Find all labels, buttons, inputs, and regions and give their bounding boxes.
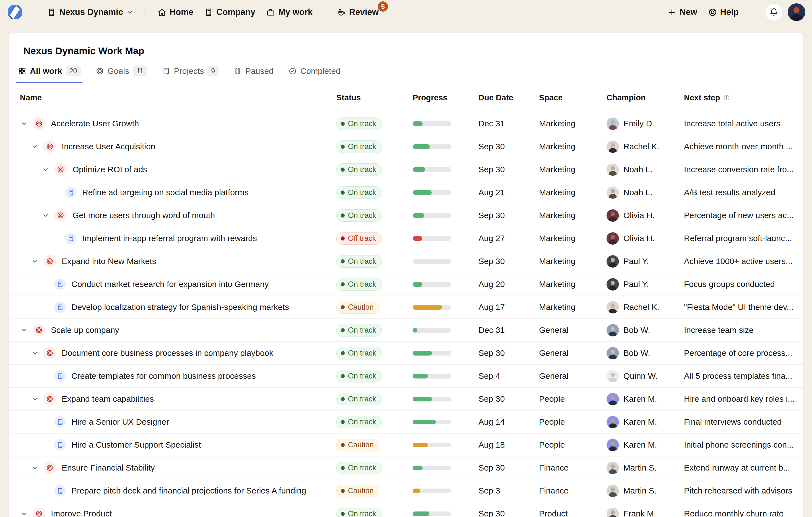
- nav-item-company[interactable]: Company: [199, 4, 261, 21]
- status-badge[interactable]: On track: [336, 324, 382, 336]
- next-step: Increase team size: [684, 326, 804, 335]
- item-name[interactable]: Scale up company: [51, 326, 119, 335]
- tab-completed[interactable]: Completed: [288, 59, 341, 83]
- target-icon: [96, 67, 104, 75]
- next-step: All 5 process templates fina...: [684, 371, 804, 381]
- table-row[interactable]: Create templates for common business pro…: [8, 364, 804, 387]
- status-badge[interactable]: Caution: [336, 439, 379, 451]
- table-row[interactable]: Scale up company On track Dec 31 General…: [8, 318, 804, 341]
- chevron-down-icon[interactable]: [41, 165, 50, 174]
- table-row[interactable]: Optimize ROI of ads On track Sep 30 Mark…: [8, 158, 804, 181]
- status-badge[interactable]: On track: [336, 163, 382, 176]
- goal-icon: [44, 461, 56, 474]
- row-status-cell: On track: [336, 462, 413, 474]
- table-row[interactable]: Increase User Acquisition On track Sep 3…: [8, 135, 804, 158]
- notifications-button[interactable]: [765, 3, 783, 21]
- table-row[interactable]: Hire a Customer Support Specialist Cauti…: [8, 433, 804, 456]
- row-progress-cell: [413, 351, 478, 356]
- table-row[interactable]: Implement in-app referral program with r…: [8, 227, 804, 250]
- status-badge[interactable]: On track: [336, 186, 382, 199]
- next-step: Increase total active users: [684, 119, 804, 128]
- status-badge[interactable]: On track: [336, 255, 382, 268]
- row-status-cell: Caution: [336, 301, 413, 313]
- item-name[interactable]: Expand team capabilities: [62, 394, 154, 404]
- item-name[interactable]: Increase User Acquisition: [62, 142, 155, 151]
- status-badge[interactable]: On track: [336, 278, 382, 291]
- next-step: Extend runway at current b...: [684, 463, 804, 473]
- tab-all-work[interactable]: All work 20: [18, 59, 81, 83]
- champion-name: Olivia H.: [624, 211, 655, 220]
- nav-item-my-work[interactable]: My work: [261, 4, 318, 21]
- item-name[interactable]: Refine ad targeting on social media plat…: [82, 188, 249, 197]
- item-name[interactable]: Develop localization strategy for Spanis…: [71, 302, 289, 312]
- row-champion-cell: Frank M.: [607, 508, 684, 517]
- table-row[interactable]: Expand team capabilities On track Sep 30…: [8, 387, 804, 410]
- status-badge[interactable]: On track: [336, 416, 382, 428]
- item-name[interactable]: Get more users through word of mouth: [72, 211, 215, 220]
- item-name[interactable]: Improve Product: [51, 509, 112, 517]
- nav-item-review[interactable]: Review 5: [331, 4, 384, 21]
- status-badge[interactable]: On track: [336, 118, 382, 130]
- workspace-switcher[interactable]: Nexus Dynamic: [42, 4, 139, 21]
- app-logo-icon[interactable]: [7, 4, 23, 20]
- chevron-down-icon[interactable]: [20, 119, 28, 128]
- champion-avatar: [607, 141, 619, 153]
- nav-item-home[interactable]: Home: [152, 4, 199, 21]
- row-status-cell: On track: [336, 347, 413, 359]
- chevron-down-icon[interactable]: [31, 464, 39, 472]
- table-row[interactable]: Get more users through word of mouth On …: [8, 204, 804, 227]
- status-badge[interactable]: On track: [336, 508, 382, 517]
- table-row[interactable]: Develop localization strategy for Spanis…: [8, 296, 804, 318]
- status-badge[interactable]: On track: [336, 462, 382, 474]
- item-name[interactable]: Create templates for common business pro…: [71, 371, 256, 381]
- item-name[interactable]: Prepare pitch deck and financial project…: [71, 486, 306, 495]
- chevron-down-icon[interactable]: [20, 326, 28, 334]
- chevron-down-icon[interactable]: [31, 142, 39, 151]
- status-badge[interactable]: On track: [336, 209, 382, 222]
- tab-projects[interactable]: Projects 9: [162, 59, 219, 83]
- table-row[interactable]: Conduct market research for expansion in…: [8, 273, 804, 296]
- item-name[interactable]: Optimize ROI of ads: [72, 165, 147, 174]
- chevron-down-icon[interactable]: [31, 257, 39, 266]
- item-name[interactable]: Document core business processes in comp…: [62, 348, 273, 358]
- status-badge[interactable]: On track: [336, 347, 382, 359]
- info-icon[interactable]: [723, 94, 730, 101]
- item-name[interactable]: Expand into New Markets: [62, 256, 156, 266]
- progress-fill: [413, 236, 422, 241]
- item-name[interactable]: Accelerate User Growth: [51, 119, 139, 128]
- item-name[interactable]: Ensure Financial Stability: [62, 463, 155, 473]
- item-name[interactable]: Conduct market research for expansion in…: [71, 279, 269, 289]
- table-row[interactable]: Prepare pitch deck and financial project…: [8, 479, 804, 502]
- table-row[interactable]: Hire a Senior UX Designer On track Aug 1…: [8, 410, 804, 433]
- chevron-down-icon[interactable]: [41, 211, 50, 219]
- item-name[interactable]: Hire a Senior UX Designer: [71, 417, 169, 427]
- chevron-down-icon[interactable]: [31, 395, 39, 403]
- user-avatar[interactable]: [788, 3, 805, 21]
- table-row[interactable]: Accelerate User Growth On track Dec 31 M…: [8, 112, 804, 135]
- table-row[interactable]: Ensure Financial Stability On track Sep …: [8, 456, 804, 479]
- status-badge[interactable]: On track: [336, 141, 382, 153]
- progress-bar: [413, 236, 452, 241]
- row-progress-cell: [413, 213, 478, 218]
- table-row[interactable]: Document core business processes in comp…: [8, 341, 804, 364]
- tab-paused[interactable]: Paused: [233, 59, 273, 83]
- status-badge[interactable]: Caution: [336, 485, 379, 497]
- table-row[interactable]: Improve Product On track Sep 30 Product …: [8, 502, 804, 517]
- tab-goals[interactable]: Goals 11: [96, 59, 147, 83]
- row-progress-cell: [413, 282, 478, 287]
- item-name[interactable]: Implement in-app referral program with r…: [82, 234, 257, 243]
- help-button[interactable]: Help: [703, 4, 744, 21]
- table-row[interactable]: Refine ad targeting on social media plat…: [8, 181, 804, 204]
- status-badge[interactable]: Off track: [336, 232, 382, 245]
- chevron-down-icon[interactable]: [20, 510, 28, 517]
- status-badge[interactable]: On track: [336, 393, 382, 405]
- item-name[interactable]: Hire a Customer Support Specialist: [71, 440, 201, 450]
- new-button[interactable]: New: [662, 4, 703, 21]
- status-badge[interactable]: Caution: [336, 301, 379, 313]
- chevron-down-icon[interactable]: [31, 349, 39, 357]
- status-label: On track: [348, 349, 376, 358]
- table-row[interactable]: Expand into New Markets On track Sep 30 …: [8, 250, 804, 273]
- champion-name: Noah L.: [624, 165, 652, 174]
- next-step: Hire and onboard key roles i...: [684, 394, 804, 404]
- status-badge[interactable]: On track: [336, 370, 382, 383]
